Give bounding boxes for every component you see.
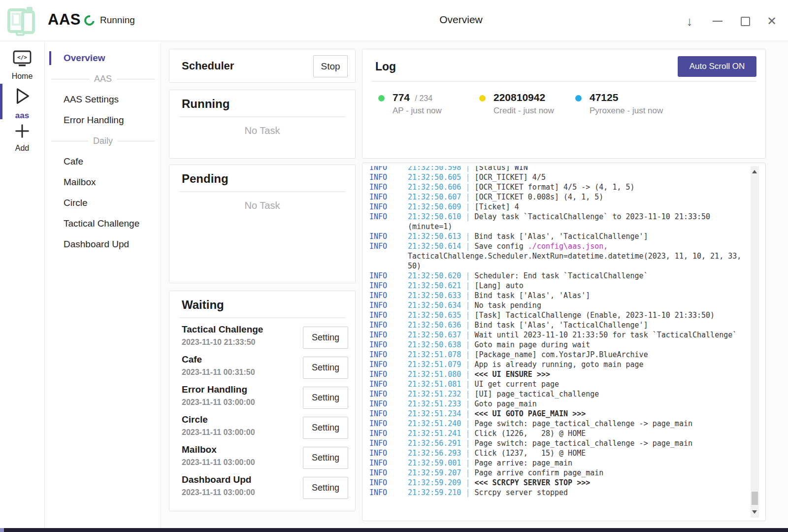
log-scroll-area[interactable]: INFO 21:32:50.598 | [Status] WIN INFO 21… bbox=[369, 166, 743, 516]
log-level: INFO bbox=[369, 360, 408, 369]
log-line: INFO 21:32:50.621 | [Lang] auto bbox=[369, 281, 743, 291]
setting-button-cafe[interactable]: Setting bbox=[303, 357, 348, 379]
log-message: 21:32:50.606 | [OCR_TICKET format] 4/5 -… bbox=[408, 182, 743, 192]
waiting-task-name: Mailbox bbox=[182, 444, 217, 455]
stat-value: 774 bbox=[393, 92, 410, 103]
scrollbar-down-arrow-icon[interactable] bbox=[752, 510, 757, 514]
titlebar: AAS Running Overview ↓ ✕ bbox=[0, 0, 788, 41]
log-message: 21:32:50.633 | Bind task ['Alas', 'Alas'… bbox=[408, 291, 743, 300]
rail-label: Home bbox=[0, 72, 44, 81]
log-message: 21:32:51.081 | UI get current page bbox=[408, 379, 743, 389]
log-message: 21:32:50.635 | [Task] TacticalChallenge … bbox=[408, 310, 743, 320]
close-icon: ✕ bbox=[767, 14, 777, 28]
waiting-task-row: Circle 2023-11-11 03:00:00 Setting bbox=[169, 412, 355, 442]
log-message: 21:32:51.240 | Page switch: page_tactica… bbox=[408, 419, 743, 429]
log-line: INFO 21:32:56.293 | Click (1237, 15) @ H… bbox=[369, 448, 743, 458]
sidebar-item-cafe[interactable]: Cafe bbox=[45, 151, 161, 172]
maximize-button[interactable] bbox=[736, 12, 755, 31]
divider-line bbox=[51, 79, 89, 79]
setting-button-error-handling[interactable]: Setting bbox=[303, 387, 348, 409]
rail-active-indicator bbox=[0, 84, 2, 119]
rail-item-add[interactable]: Add bbox=[0, 123, 44, 153]
rail-label: aas bbox=[0, 111, 44, 121]
play-icon bbox=[12, 86, 32, 106]
auto-scroll-toggle-button[interactable]: Auto Scroll ON bbox=[678, 56, 756, 77]
log-line: INFO 21:32:56.291 | Page switch: page_ta… bbox=[369, 438, 743, 448]
stat-dot-icon bbox=[575, 95, 582, 101]
card-divider bbox=[179, 116, 345, 117]
window-bottom-edge bbox=[0, 528, 788, 532]
waiting-task-next-run: 2023-11-11 03:00:00 bbox=[182, 458, 255, 467]
scrollbar-up-arrow-icon[interactable] bbox=[752, 170, 757, 173]
sidebar-item-tactical-challenge[interactable]: Tactical Challenge bbox=[45, 213, 161, 234]
waiting-task-next-run: 2023-11-11 00:31:50 bbox=[182, 368, 255, 377]
rail-item-aas[interactable]: aas bbox=[0, 84, 44, 121]
waiting-task-next-run: 2023-11-11 03:00:00 bbox=[182, 488, 255, 497]
setting-button-tactical-challenge[interactable]: Setting bbox=[303, 327, 348, 349]
stat-dot-icon bbox=[479, 95, 486, 101]
log-message: 21:32:59.001 | Page arrive: page_main bbox=[408, 458, 743, 468]
log-level: INFO bbox=[369, 389, 408, 399]
log-line: INFO 21:32:50.620 | Scheduler: End task … bbox=[369, 271, 743, 281]
log-message: 21:32:50.638 | Goto main page during wai… bbox=[408, 340, 743, 350]
card-divider bbox=[371, 81, 756, 82]
divider-line bbox=[117, 79, 155, 79]
log-line: INFO 21:32:59.207 | Page arrive confirm … bbox=[369, 468, 743, 478]
sidebar-item-circle[interactable]: Circle bbox=[45, 193, 161, 213]
rail-item-home[interactable]: </> Home bbox=[0, 50, 44, 81]
sidebar-item-aas-settings[interactable]: AAS Settings bbox=[45, 89, 161, 110]
waiting-task-name: Error Handling bbox=[182, 384, 247, 395]
scheduler-stop-button[interactable]: Stop bbox=[313, 55, 348, 77]
stat-label: Pyroxene - just now bbox=[590, 106, 663, 116]
nav-item-label: Cafe bbox=[64, 156, 83, 166]
sidebar-group-divider: Daily bbox=[45, 131, 161, 151]
log-level: INFO bbox=[369, 350, 408, 360]
waiting-task-next-run: 2023-11-11 03:00:00 bbox=[182, 428, 255, 437]
sidebar-item-mailbox[interactable]: Mailbox bbox=[45, 172, 161, 193]
minimize-button[interactable] bbox=[708, 12, 727, 31]
divider-label: AAS bbox=[94, 74, 112, 84]
waiting-task-list: Tactical Challenge 2023-11-10 21:33:50 S… bbox=[169, 318, 355, 502]
log-line: INFO 21:32:51.079 | App is already runni… bbox=[369, 360, 743, 369]
log-card: Log Auto Scroll ON 774 / 234 AP - just n… bbox=[362, 49, 766, 159]
sidebar-item-overview[interactable]: Overview bbox=[45, 48, 161, 68]
log-message: 21:32:56.291 | Page switch: page_tactica… bbox=[408, 438, 743, 448]
log-line: INFO 21:32:51.234 | <<< UI GOTO PAGE_MAI… bbox=[369, 409, 743, 419]
setting-button-mailbox[interactable]: Setting bbox=[303, 447, 348, 469]
pending-card: Pending No Task bbox=[169, 165, 356, 283]
divider-label: Daily bbox=[93, 136, 113, 146]
setting-button-dashboard-upd[interactable]: Setting bbox=[303, 477, 348, 499]
log-line: INFO 21:32:59.209 | <<< SCRCPY SERVER ST… bbox=[369, 478, 743, 488]
log-level: INFO bbox=[369, 458, 408, 468]
log-level: INFO bbox=[369, 166, 408, 172]
maximize-icon bbox=[741, 17, 750, 26]
log-level: INFO bbox=[369, 488, 408, 498]
log-level: INFO bbox=[369, 419, 408, 429]
sidebar-item-error-handling[interactable]: Error Handling bbox=[45, 110, 161, 131]
log-message: 21:32:50.610 | Delay task `TacticalChall… bbox=[408, 212, 743, 232]
main-content: Scheduler Stop Running No Task Pending N… bbox=[162, 42, 788, 528]
log-level: INFO bbox=[369, 399, 408, 409]
svg-text:</>: </> bbox=[17, 54, 27, 61]
sidebar-item-dashboard-upd[interactable]: Dashboard Upd bbox=[45, 234, 161, 255]
nav-item-label: AAS Settings bbox=[64, 94, 119, 104]
log-message: 21:32:50.605 | [OCR_TICKET] 4/5 bbox=[408, 172, 743, 182]
log-line: INFO 21:32:51.240 | Page switch: page_ta… bbox=[369, 419, 743, 429]
waiting-title: Waiting bbox=[169, 291, 355, 317]
log-scrollbar-thumb[interactable] bbox=[752, 492, 758, 505]
setting-button-circle[interactable]: Setting bbox=[303, 417, 348, 439]
log-line: INFO 21:32:51.080 | <<< UI ENSURE >>> bbox=[369, 369, 743, 379]
log-scrollbar[interactable] bbox=[751, 166, 759, 518]
log-level: INFO bbox=[369, 438, 408, 448]
log-level: INFO bbox=[369, 192, 408, 202]
icon-rail: </> Home aas Add bbox=[0, 42, 45, 528]
scheduler-card: Scheduler Stop bbox=[169, 49, 356, 83]
log-line: INFO 21:32:51.233 | Goto page_main bbox=[369, 399, 743, 409]
log-level: INFO bbox=[369, 281, 408, 291]
close-button[interactable]: ✕ bbox=[762, 12, 781, 31]
log-level: INFO bbox=[369, 429, 408, 438]
stat-value: 220810942 bbox=[493, 92, 545, 103]
collapse-window-button[interactable]: ↓ bbox=[680, 12, 699, 31]
sidebar-group-divider: AAS bbox=[45, 68, 161, 89]
log-level: INFO bbox=[369, 448, 408, 458]
